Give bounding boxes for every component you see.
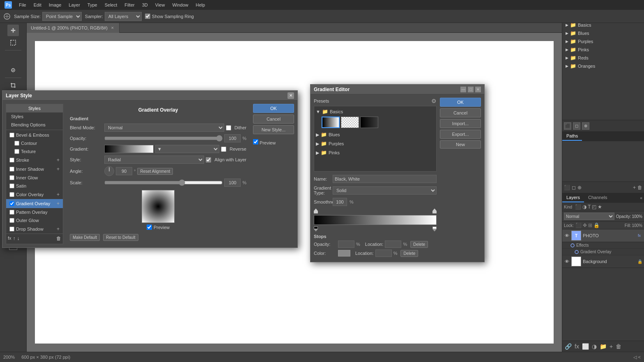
paths-btn-5[interactable]: 🗑	[637, 185, 642, 190]
stop-opacity-location-value[interactable]	[385, 241, 401, 248]
style-item-color-overlay[interactable]: Color Overlay +	[6, 190, 63, 199]
check-gradient-overlay[interactable]	[9, 201, 14, 206]
paths-btn-2[interactable]: ◻	[572, 185, 576, 190]
check-texture[interactable]	[14, 149, 19, 154]
gradient-overlay-add-btn[interactable]: +	[57, 201, 60, 206]
add-style-btn[interactable]: fx	[574, 342, 580, 351]
preview-right-checkbox[interactable]	[253, 139, 258, 144]
gradient-picker[interactable]	[104, 145, 154, 153]
layer-style-cancel-btn[interactable]: Cancel	[253, 115, 294, 124]
new-style-btn[interactable]: New Style...	[253, 125, 294, 134]
layer-style-close-btn[interactable]: ✕	[288, 92, 294, 99]
tab-paths[interactable]: Paths	[562, 132, 582, 141]
style-item-satin[interactable]: Satin	[6, 182, 63, 190]
filter-pixel-icon[interactable]: ⬛	[575, 204, 581, 210]
style-item-blending[interactable]: Blending Options	[6, 121, 63, 129]
filter-adjustment-icon[interactable]: ◑	[582, 204, 586, 210]
layer-style-ok-btn[interactable]: OK	[253, 104, 294, 113]
menu-window[interactable]: Window	[169, 2, 191, 8]
sampler-select[interactable]: All Layers	[105, 12, 142, 21]
delete-color-stop-btn[interactable]: Delete	[400, 250, 418, 257]
move-up-btn[interactable]: ↑	[13, 236, 16, 241]
inner-shadow-add-btn[interactable]: +	[57, 166, 60, 172]
swatch-gray-checkerboard[interactable]	[341, 117, 359, 128]
preset-group-blues-header[interactable]: ▶ 📁 Blues	[316, 131, 435, 138]
drop-shadow-add-btn[interactable]: +	[57, 226, 60, 232]
quick-selection-tool[interactable]	[7, 64, 19, 76]
align-layer-checkbox[interactable]	[206, 157, 211, 163]
blend-mode-select[interactable]: Normal	[564, 213, 614, 220]
gradient-editor-minimize-btn[interactable]: —	[460, 87, 466, 92]
menu-3d[interactable]: 3D	[139, 2, 151, 8]
delete-layer-btn[interactable]: 🗑	[615, 342, 622, 351]
tab-layers[interactable]: Layers	[562, 193, 584, 202]
angle-number[interactable]	[116, 167, 132, 175]
lock-pixels-icon[interactable]: ⬛	[575, 222, 582, 228]
top-stop-left[interactable]	[314, 208, 318, 213]
reset-alignment-btn[interactable]: Reset Alignment	[137, 168, 173, 175]
style-item-gradient-overlay[interactable]: Gradient Overlay +	[6, 199, 63, 208]
style-item-contour[interactable]: Contour	[6, 139, 63, 147]
show-sampling-ring-checkbox[interactable]	[145, 14, 150, 19]
filter-shape-icon[interactable]: ◰	[592, 204, 596, 210]
dither-checkbox[interactable]	[226, 125, 231, 131]
bot-stop-left[interactable]	[314, 227, 318, 231]
check-pattern-overlay[interactable]	[9, 210, 14, 215]
gradient-editor-close-btn[interactable]: ✕	[475, 87, 481, 92]
check-inner-shadow[interactable]	[9, 167, 14, 172]
reverse-checkbox[interactable]	[221, 147, 226, 152]
paths-btn-3[interactable]: ⊕	[577, 185, 582, 190]
gradient-presets-settings-icon[interactable]: ⚙	[431, 98, 437, 104]
add-group-btn[interactable]: 📁	[599, 342, 607, 351]
move-down-btn[interactable]: ↓	[17, 236, 20, 241]
smoothness-input[interactable]	[333, 198, 347, 206]
check-inner-glow[interactable]	[9, 175, 14, 180]
lock-artboards-icon[interactable]: ⊞	[588, 222, 592, 228]
check-bevel[interactable]	[9, 133, 14, 137]
style-item-styles[interactable]: Styles	[6, 112, 63, 121]
fill-value[interactable]: 100%	[632, 223, 642, 228]
bot-stop-right[interactable]	[432, 227, 437, 231]
add-adjustment-btn[interactable]: ◑	[591, 342, 598, 351]
menu-filter[interactable]: Filter	[121, 2, 138, 8]
color-overlay-add-btn[interactable]: +	[57, 192, 60, 197]
gradient-editor-import-btn[interactable]: Import...	[440, 119, 481, 128]
menu-file[interactable]: File	[16, 2, 30, 8]
make-default-btn[interactable]: Make Default	[70, 234, 100, 241]
top-stop-right[interactable]	[432, 208, 437, 213]
panel-btn-1[interactable]: ⬛	[564, 122, 571, 130]
style-item-texture[interactable]: Texture	[6, 147, 63, 156]
check-color-overlay[interactable]	[9, 192, 14, 197]
check-drop-shadow[interactable]	[9, 227, 14, 231]
add-mask-btn[interactable]: ⬜	[581, 342, 590, 351]
oranges-group-header[interactable]: ▶ 📁 Oranges	[564, 62, 642, 70]
menu-layer[interactable]: Layer	[65, 2, 83, 8]
opacity-value[interactable]: 100%	[632, 214, 642, 219]
stop-color-swatch[interactable]	[338, 250, 350, 257]
purples-group-header[interactable]: ▶ 📁 Purples	[564, 37, 642, 46]
reds-group-header[interactable]: ▶ 📁 Reds	[564, 54, 642, 62]
blues-group-header[interactable]: ▶ 📁 Blues	[564, 29, 642, 37]
gradient-presets-area[interactable]: ▼ 📁 Basics ▶ 📁 Blues	[314, 106, 437, 172]
scale-number[interactable]	[224, 179, 241, 187]
check-stroke[interactable]	[9, 158, 14, 163]
filter-text-icon[interactable]: T	[588, 204, 591, 210]
stop-color-location-value[interactable]	[375, 250, 392, 257]
panel-btn-3[interactable]: ⊕	[582, 122, 589, 130]
panel-btn-2[interactable]: ◻	[573, 122, 580, 130]
add-layer-btn[interactable]: +	[609, 342, 614, 351]
check-outer-glow[interactable]	[9, 218, 14, 223]
menu-type[interactable]: Type	[84, 2, 101, 8]
layer-eye-background[interactable]: 👁	[564, 259, 570, 264]
lock-all-icon[interactable]: 🔒	[593, 222, 600, 228]
style-item-outer-glow[interactable]: Outer Glow	[6, 216, 63, 225]
scale-slider[interactable]	[104, 180, 223, 186]
delete-style-btn[interactable]: 🗑	[56, 236, 61, 241]
opacity-number[interactable]	[224, 134, 241, 142]
menu-help[interactable]: Help	[193, 2, 209, 8]
style-item-drop-shadow[interactable]: Drop Shadow +	[6, 225, 63, 234]
document-tab[interactable]: Untitled-1 @ 200% (PHOTO, RGB/8#) ✕	[27, 23, 120, 33]
selection-tool[interactable]	[7, 37, 19, 48]
lasso-tool[interactable]	[7, 52, 19, 64]
layer-item-photo[interactable]: 👁 T PHOTO fx	[562, 229, 644, 242]
